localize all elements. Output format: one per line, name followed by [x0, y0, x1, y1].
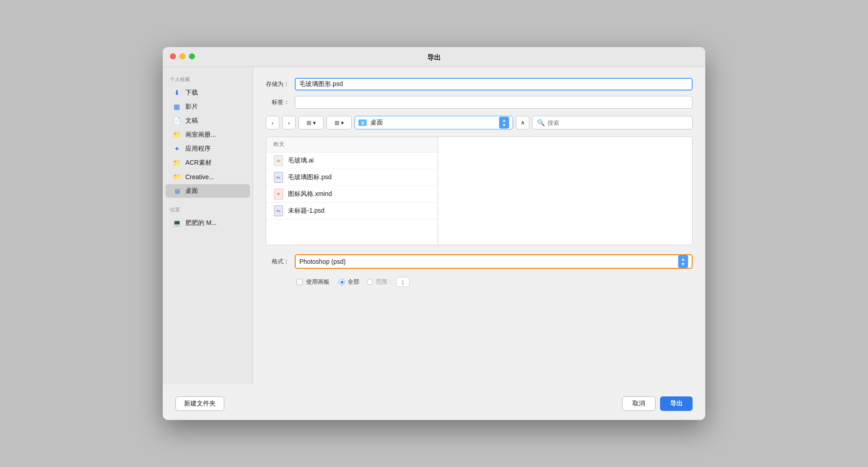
save-as-input[interactable]	[295, 78, 693, 91]
view-button[interactable]: ⊞ ▾	[298, 116, 324, 129]
cancel-button[interactable]: 取消	[622, 396, 656, 411]
sidebar-item-apps[interactable]: ✦ 应用程序	[165, 142, 250, 156]
search-area: 🔍	[532, 116, 693, 129]
save-as-label: 存储为：	[266, 80, 289, 88]
tag-input[interactable]	[295, 96, 693, 109]
film-icon: ▦	[173, 103, 181, 111]
forward-button[interactable]: ›	[282, 116, 296, 129]
xmind-file-icon: ✕	[274, 189, 283, 199]
file-item-ai[interactable]: Ai 毛玻璃.ai	[266, 152, 438, 169]
sidebar-item-huashi[interactable]: 📁 画室画册...	[165, 128, 250, 142]
format-arrows-icon: ▲ ▼	[678, 255, 688, 268]
all-radio-wrap: 全部	[339, 278, 359, 286]
action-buttons: 取消 导出	[622, 396, 693, 411]
use-artboard-wrap: 使用画板	[297, 278, 330, 286]
file-preview-panel	[438, 137, 692, 245]
grid-icon: ⊞	[335, 119, 340, 126]
folder-icon-creative: 📁	[173, 173, 181, 181]
file-item-psd2[interactable]: Ps 未标题-1.psd	[266, 203, 438, 219]
format-select-text: Photoshop (psd)	[299, 258, 678, 265]
content-area: 存储为： 标签： ‹ › ⊞ ▾ ⊞ ▾	[253, 67, 705, 384]
expand-button[interactable]: ∧	[516, 116, 529, 129]
sidebar: 个人收藏 ⬇ 下载 ▦ 影片 📄 文稿 📁 画室画册... ✦ 应用程序	[163, 67, 253, 384]
back-button[interactable]: ‹	[266, 116, 279, 129]
location-arrows-icon: ▲ ▼	[499, 117, 509, 129]
dialog-title: 导出	[427, 53, 441, 62]
bottom-bar: 新建文件夹 取消 导出	[163, 389, 705, 420]
options-row: 使用画板 全部 范围：	[266, 277, 693, 287]
apps-icon: ✦	[173, 145, 181, 153]
all-radio-label: 全部	[348, 278, 359, 286]
sidebar-item-movies[interactable]: ▦ 影片	[165, 100, 250, 114]
all-radio[interactable]	[339, 279, 345, 285]
format-row: 格式： Photoshop (psd) ▲ ▼	[266, 254, 693, 269]
grid-chevron-icon: ▾	[341, 119, 344, 126]
grid-button[interactable]: ⊞ ▾	[326, 116, 352, 129]
close-button[interactable]	[170, 53, 176, 59]
location-selector[interactable]: 🖥 桌面 ▲ ▼	[354, 116, 513, 129]
export-button[interactable]: 导出	[660, 396, 693, 411]
file-name-ai: 毛玻璃.ai	[288, 157, 314, 165]
ai-file-icon: Ai	[274, 156, 283, 166]
sidebar-item-creative[interactable]: 📁 Creative...	[165, 170, 250, 184]
folder-icon-acr: 📁	[173, 159, 181, 167]
sidebar-item-downloads[interactable]: ⬇ 下载	[165, 86, 250, 100]
sidebar-item-documents[interactable]: 📄 文稿	[165, 114, 250, 128]
sidebar-section-personal: 个人收藏	[163, 74, 253, 86]
sidebar-label-downloads: 下载	[185, 89, 198, 97]
tag-label: 标签：	[266, 98, 289, 106]
sidebar-section-location: 位置	[163, 205, 253, 216]
folder-icon-huashi: 📁	[173, 131, 181, 139]
sidebar-label-huashi: 画室画册...	[185, 131, 216, 139]
range-label: 范围：	[376, 278, 393, 286]
export-dialog: 导出 个人收藏 ⬇ 下载 ▦ 影片 📄 文稿 📁 画室画册... ✦	[163, 47, 705, 420]
file-name-xmind: 图标风格.xmind	[288, 190, 332, 198]
search-icon: 🔍	[537, 119, 545, 126]
search-input[interactable]	[547, 119, 688, 126]
file-section-header: 昨天	[266, 137, 438, 152]
format-label: 格式：	[266, 257, 289, 266]
range-radio[interactable]	[367, 279, 373, 285]
laptop-icon: 💻	[173, 219, 181, 227]
tag-row: 标签：	[266, 96, 693, 109]
sidebar-label-movies: 影片	[185, 103, 198, 111]
file-name-psd1: 毛玻璃图标.psd	[288, 173, 331, 181]
minimize-button[interactable]	[179, 53, 185, 59]
location-text: 桌面	[370, 119, 495, 127]
range-radio-wrap: 范围：	[367, 277, 410, 287]
title-bar: 导出	[163, 47, 705, 67]
sidebar-label-acr: ACR素材	[185, 159, 212, 167]
desktop-icon: 🖥	[173, 187, 181, 195]
document-icon: 📄	[173, 117, 181, 125]
sidebar-item-desktop[interactable]: 🖥 桌面	[165, 184, 250, 198]
sidebar-item-acr[interactable]: 📁 ACR素材	[165, 156, 250, 170]
file-area: 昨天 Ai 毛玻璃.ai Ps 毛玻璃图标.psd	[266, 137, 693, 245]
radio-group: 全部 范围：	[339, 277, 410, 287]
sidebar-label-apps: 应用程序	[185, 145, 211, 153]
dialog-body: 个人收藏 ⬇ 下载 ▦ 影片 📄 文稿 📁 画室画册... ✦ 应用程序	[163, 67, 705, 384]
range-input[interactable]	[396, 277, 410, 287]
format-select[interactable]: Photoshop (psd) ▲ ▼	[295, 254, 693, 269]
traffic-lights	[170, 53, 195, 59]
file-item-psd1[interactable]: Ps 毛玻璃图标.psd	[266, 169, 438, 186]
sidebar-label-creative: Creative...	[185, 173, 214, 181]
file-item-xmind[interactable]: ✕ 图标风格.xmind	[266, 186, 438, 203]
sidebar-label-feifeide: 肥肥的 M...	[185, 219, 217, 227]
toolbar-row: ‹ › ⊞ ▾ ⊞ ▾ 🖥 桌面 ▲ ▼	[266, 116, 693, 129]
psd-file-icon-1: Ps	[274, 172, 283, 182]
sidebar-item-feifeide[interactable]: 💻 肥肥的 M...	[165, 216, 250, 230]
use-artboard-label: 使用画板	[306, 278, 330, 286]
file-name-psd2: 未标题-1.psd	[288, 207, 325, 215]
view-chevron-icon: ▾	[313, 119, 316, 126]
use-artboard-checkbox[interactable]	[297, 279, 303, 285]
new-folder-button[interactable]: 新建文件夹	[175, 396, 224, 411]
save-as-row: 存储为：	[266, 78, 693, 91]
sidebar-label-documents: 文稿	[185, 117, 198, 125]
sidebar-label-desktop: 桌面	[185, 187, 198, 195]
location-folder-icon: 🖥	[359, 119, 367, 126]
file-list-panel: 昨天 Ai 毛玻璃.ai Ps 毛玻璃图标.psd	[266, 137, 438, 245]
maximize-button[interactable]	[189, 53, 195, 59]
view-icon: ⊞	[307, 119, 311, 126]
psd-file-icon-2: Ps	[274, 206, 283, 216]
download-icon: ⬇	[173, 89, 181, 97]
